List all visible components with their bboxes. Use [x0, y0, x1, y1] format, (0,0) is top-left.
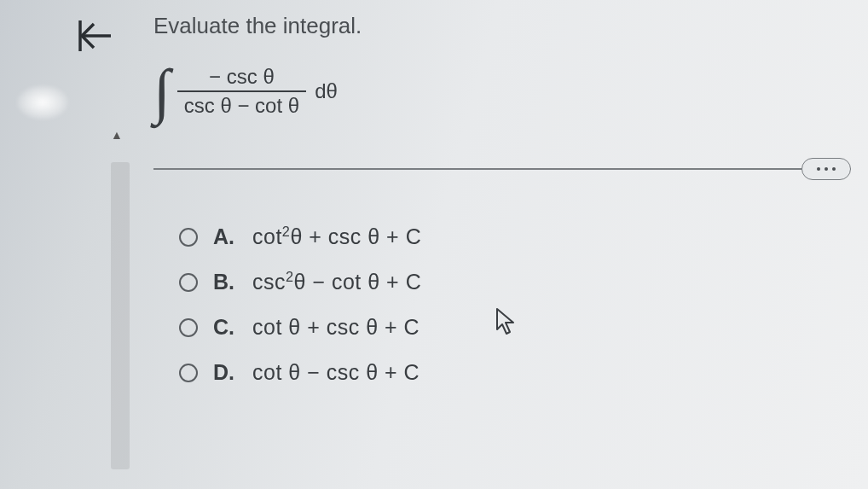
- question-panel: Evaluate the integral. ∫ − csc θ csc θ −…: [153, 13, 842, 405]
- question-prompt: Evaluate the integral.: [153, 13, 842, 39]
- mouse-cursor-icon: [495, 307, 518, 341]
- integral-sign: ∫: [153, 61, 171, 122]
- divider-row: [153, 156, 842, 182]
- option-d: D. cot θ − csc θ + C: [179, 360, 842, 385]
- differential: dθ: [315, 79, 338, 103]
- option-b-letter: B.: [213, 270, 237, 294]
- more-options-button[interactable]: [801, 158, 851, 180]
- option-a: A. cot2θ + csc θ + C: [179, 224, 842, 249]
- integral-expression: ∫ − csc θ csc θ − cot θ dθ: [153, 61, 842, 122]
- integral-fraction: − csc θ csc θ − cot θ: [177, 63, 306, 119]
- lens-glare: [17, 85, 68, 119]
- section-divider: [153, 168, 851, 170]
- option-d-text: cot θ − csc θ + C: [252, 360, 420, 385]
- left-gutter: ▲: [0, 0, 145, 489]
- radio-c[interactable]: [179, 318, 198, 337]
- option-c-letter: C.: [213, 315, 237, 340]
- radio-b[interactable]: [179, 273, 198, 292]
- option-a-text: cot2θ + csc θ + C: [252, 224, 421, 249]
- option-a-letter: A.: [213, 224, 237, 249]
- radio-a[interactable]: [179, 228, 198, 247]
- option-b: B. csc2θ − cot θ + C: [179, 270, 842, 294]
- option-c-text: cot θ + csc θ + C: [252, 315, 420, 340]
- back-arrow-button[interactable]: [77, 17, 114, 58]
- option-d-letter: D.: [213, 360, 237, 385]
- scroll-up-caret[interactable]: ▲: [111, 128, 123, 142]
- option-b-text: csc2θ − cot θ + C: [252, 270, 421, 294]
- radio-d[interactable]: [179, 364, 198, 382]
- fraction-numerator: − csc θ: [202, 63, 281, 90]
- fraction-denominator: csc θ − cot θ: [177, 92, 306, 119]
- scrollbar-track[interactable]: [111, 162, 130, 469]
- answer-options: A. cot2θ + csc θ + C B. csc2θ − cot θ + …: [153, 224, 842, 385]
